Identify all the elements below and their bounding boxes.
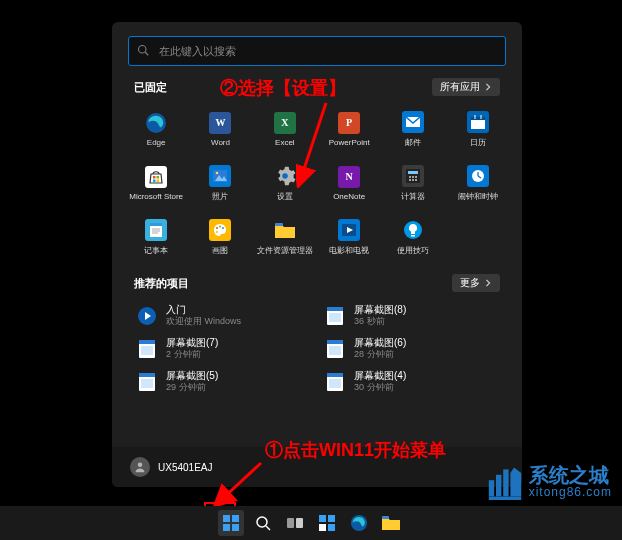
watermark: 系统之城 xitong86.com xyxy=(487,464,612,500)
user-bar: UX5401EAJ xyxy=(112,447,522,487)
svg-rect-28 xyxy=(150,223,162,226)
app-excel[interactable]: X Excel xyxy=(253,102,317,156)
recommended-shot4[interactable]: 屏幕截图(4) 30 分钟前 xyxy=(322,366,500,397)
more-button[interactable]: 更多 xyxy=(452,274,500,292)
app-label: Edge xyxy=(147,138,166,147)
svg-rect-74 xyxy=(319,515,326,522)
watermark-url: xitong86.com xyxy=(529,485,612,499)
watermark-title: 系统之城 xyxy=(529,465,612,485)
svg-rect-36 xyxy=(275,223,283,226)
svg-rect-8 xyxy=(153,176,156,179)
app-ms-store[interactable]: Microsoft Store xyxy=(124,156,188,210)
app-notepad[interactable]: 记事本 xyxy=(124,210,188,264)
word-icon: W xyxy=(209,112,231,134)
svg-rect-47 xyxy=(139,340,155,344)
svg-rect-11 xyxy=(157,179,160,182)
recommended-subtitle: 30 分钟前 xyxy=(354,382,406,393)
taskbar-explorer-button[interactable] xyxy=(378,510,404,536)
watermark-logo-icon xyxy=(487,464,523,500)
recommended-shot7[interactable]: 屏幕截图(7) 2 分钟前 xyxy=(134,333,312,364)
app-label: 记事本 xyxy=(144,245,168,256)
movies-tv-icon xyxy=(338,219,360,241)
calendar-icon xyxy=(467,111,489,133)
svg-rect-69 xyxy=(232,524,239,531)
chevron-right-icon xyxy=(484,278,492,289)
svg-rect-53 xyxy=(139,373,155,377)
taskbar-start-button[interactable] xyxy=(218,510,244,536)
app-movies-tv[interactable]: 电影和电视 xyxy=(317,210,381,264)
recommended-title: 屏幕截图(8) xyxy=(354,304,406,316)
app-paint[interactable]: 画图 xyxy=(188,210,252,264)
app-label: 电影和电视 xyxy=(329,245,369,256)
recommended-title: 推荐的项目 xyxy=(134,276,189,291)
app-label: 文件资源管理器 xyxy=(257,245,313,256)
recommended-title: 屏幕截图(5) xyxy=(166,370,218,382)
taskbar xyxy=(0,506,622,540)
svg-rect-56 xyxy=(327,373,343,377)
search-icon xyxy=(137,42,157,60)
clock-icon xyxy=(467,165,489,187)
app-calendar[interactable]: 日历 xyxy=(446,102,510,156)
svg-point-18 xyxy=(409,176,411,178)
app-label: 日历 xyxy=(470,137,486,148)
mail-icon xyxy=(402,111,424,133)
svg-rect-44 xyxy=(327,307,343,311)
app-tips[interactable]: 使用技巧 xyxy=(381,210,445,264)
recommended-title: 屏幕截图(4) xyxy=(354,370,406,382)
windows-logo-icon xyxy=(223,515,239,531)
recommended-shot8[interactable]: 屏幕截图(8) 36 秒前 xyxy=(322,300,500,331)
recommended-header: 推荐的项目 更多 xyxy=(134,274,500,292)
recommended-get-started[interactable]: 入门 欢迎使用 Windows xyxy=(134,300,312,331)
svg-point-23 xyxy=(415,179,417,181)
all-apps-button[interactable]: 所有应用 xyxy=(432,78,500,96)
pinned-title: 已固定 xyxy=(134,80,167,95)
svg-rect-73 xyxy=(296,518,303,528)
calculator-icon xyxy=(402,165,424,187)
svg-rect-57 xyxy=(329,379,341,388)
start-menu: 已固定 所有应用 EdgeW WordX ExcelP PowerPoint 邮… xyxy=(112,22,522,487)
svg-point-15 xyxy=(282,173,288,179)
recommended-shot6[interactable]: 屏幕截图(6) 28 分钟前 xyxy=(322,333,500,364)
edge-icon xyxy=(145,112,167,134)
file-icon xyxy=(324,338,346,360)
app-mail[interactable]: 邮件 xyxy=(381,102,445,156)
taskbar-edge-button[interactable] xyxy=(346,510,372,536)
app-label: 设置 xyxy=(277,191,293,202)
svg-rect-66 xyxy=(223,515,230,522)
svg-rect-51 xyxy=(329,346,341,355)
svg-rect-63 xyxy=(488,480,493,496)
search-input[interactable] xyxy=(157,44,497,58)
app-calculator[interactable]: 计算器 xyxy=(381,156,445,210)
file-icon xyxy=(324,371,346,393)
widgets-icon xyxy=(319,515,335,531)
svg-rect-9 xyxy=(157,176,160,179)
app-edge[interactable]: Edge xyxy=(124,102,188,156)
recommended-subtitle: 29 分钟前 xyxy=(166,382,218,393)
taskbar-widgets-button[interactable] xyxy=(314,510,340,536)
app-clock[interactable]: 闹钟和时钟 xyxy=(446,156,510,210)
app-label: 闹钟和时钟 xyxy=(458,191,498,202)
app-label: PowerPoint xyxy=(329,138,370,147)
pinned-header: 已固定 所有应用 xyxy=(134,78,500,96)
file-icon xyxy=(136,305,158,327)
app-photos[interactable]: 照片 xyxy=(188,156,252,210)
svg-rect-76 xyxy=(319,524,326,531)
svg-point-58 xyxy=(138,463,143,468)
avatar[interactable] xyxy=(130,457,150,477)
paint-icon xyxy=(209,219,231,241)
app-explorer[interactable]: 文件资源管理器 xyxy=(253,210,317,264)
app-powerpoint[interactable]: P PowerPoint xyxy=(317,102,381,156)
recommended-shot5[interactable]: 屏幕截图(5) 29 分钟前 xyxy=(134,366,312,397)
file-icon xyxy=(136,338,158,360)
search-box[interactable] xyxy=(128,36,506,66)
app-onenote[interactable]: N OneNote xyxy=(317,156,381,210)
svg-point-0 xyxy=(139,46,147,54)
explorer-icon xyxy=(274,219,296,241)
taskbar-taskview-button[interactable] xyxy=(282,510,308,536)
app-label: Excel xyxy=(275,138,295,147)
taskbar-search-button[interactable] xyxy=(250,510,276,536)
app-word[interactable]: W Word xyxy=(188,102,252,156)
chevron-right-icon xyxy=(484,82,492,93)
recommended-subtitle: 28 分钟前 xyxy=(354,349,406,360)
app-settings[interactable]: 设置 xyxy=(253,156,317,210)
